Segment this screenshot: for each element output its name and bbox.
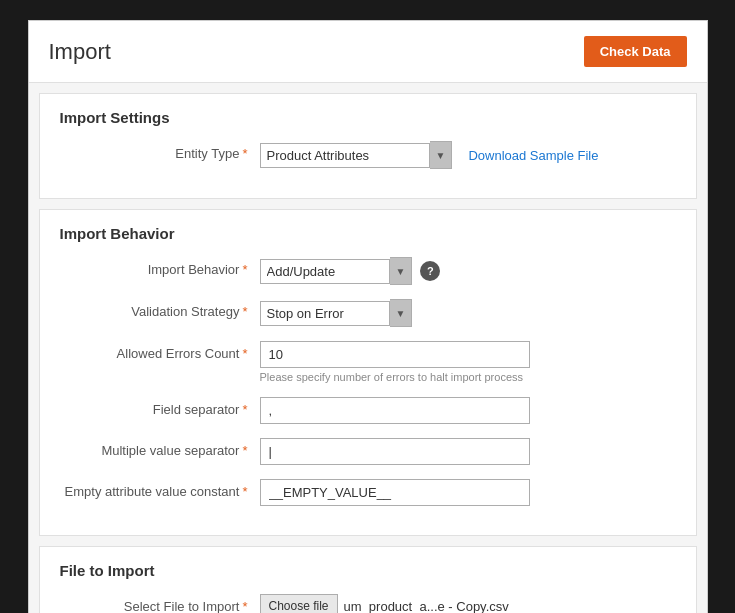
allowed-errors-row: Allowed Errors Count* Please specify num…: [60, 341, 676, 383]
allowed-errors-label: Allowed Errors Count*: [60, 341, 260, 361]
field-sep-row: Field separator*: [60, 397, 676, 424]
file-select-row: Select File to Import* Choose file um_pr…: [60, 594, 676, 613]
file-import-section: File to Import Select File to Import* Ch…: [39, 546, 697, 613]
behavior-info-icon[interactable]: ?: [420, 261, 440, 281]
allowed-errors-input[interactable]: [260, 341, 530, 368]
file-select-control: Choose file um_product_a...e - Copy.csv …: [260, 594, 530, 613]
import-behavior-section: Import Behavior Import Behavior* Add/Upd…: [39, 209, 697, 536]
file-name-display: um_product_a...e - Copy.csv: [344, 599, 509, 614]
validation-strategy-row: Validation Strategy* Stop on Error ▼: [60, 299, 676, 327]
choose-file-button[interactable]: Choose file: [260, 594, 338, 613]
behavior-dropdown-arrow[interactable]: ▼: [390, 257, 413, 285]
page-header: Import Check Data: [29, 21, 707, 83]
field-sep-input[interactable]: [260, 397, 530, 424]
validation-strategy-select[interactable]: Stop on Error: [260, 301, 390, 326]
behavior-select[interactable]: Add/Update: [260, 259, 390, 284]
empty-attr-input[interactable]: [260, 479, 530, 506]
check-data-button[interactable]: Check Data: [584, 36, 687, 67]
required-star: *: [242, 146, 247, 161]
entity-type-row: Entity Type* Product Attributes ▼ Downlo…: [60, 141, 676, 169]
allowed-errors-control: Please specify number of errors to halt …: [260, 341, 530, 383]
validation-strategy-control: Stop on Error ▼: [260, 299, 413, 327]
entity-type-label: Entity Type*: [60, 141, 260, 161]
import-behavior-title: Import Behavior: [60, 225, 676, 242]
entity-type-dropdown-arrow[interactable]: ▼: [430, 141, 453, 169]
multi-sep-label: Multiple value separator*: [60, 438, 260, 458]
entity-type-select-group: Product Attributes ▼: [260, 141, 453, 169]
download-sample-link[interactable]: Download Sample File: [468, 148, 598, 163]
multi-sep-row: Multiple value separator*: [60, 438, 676, 465]
validation-select-group: Stop on Error ▼: [260, 299, 413, 327]
field-sep-control: [260, 397, 530, 424]
multi-sep-control: [260, 438, 530, 465]
empty-attr-row: Empty attribute value constant*: [60, 479, 676, 506]
allowed-errors-hint: Please specify number of errors to halt …: [260, 371, 530, 383]
entity-type-control: Product Attributes ▼ Download Sample Fil…: [260, 141, 599, 169]
behavior-control: Add/Update ▼ ?: [260, 257, 441, 285]
behavior-select-group: Add/Update ▼: [260, 257, 413, 285]
behavior-label: Import Behavior*: [60, 257, 260, 277]
main-container: Import Check Data Import Settings Entity…: [28, 20, 708, 613]
validation-dropdown-arrow[interactable]: ▼: [390, 299, 413, 327]
multi-sep-input[interactable]: [260, 438, 530, 465]
field-sep-label: Field separator*: [60, 397, 260, 417]
file-select-label: Select File to Import*: [60, 594, 260, 613]
page-title: Import: [49, 39, 111, 65]
validation-strategy-label: Validation Strategy*: [60, 299, 260, 319]
import-settings-title: Import Settings: [60, 109, 676, 126]
behavior-row: Import Behavior* Add/Update ▼ ?: [60, 257, 676, 285]
empty-attr-control: [260, 479, 530, 506]
file-import-title: File to Import: [60, 562, 676, 579]
import-settings-section: Import Settings Entity Type* Product Att…: [39, 93, 697, 199]
entity-type-select[interactable]: Product Attributes: [260, 143, 430, 168]
empty-attr-label: Empty attribute value constant*: [60, 479, 260, 499]
file-input-row: Choose file um_product_a...e - Copy.csv: [260, 594, 530, 613]
